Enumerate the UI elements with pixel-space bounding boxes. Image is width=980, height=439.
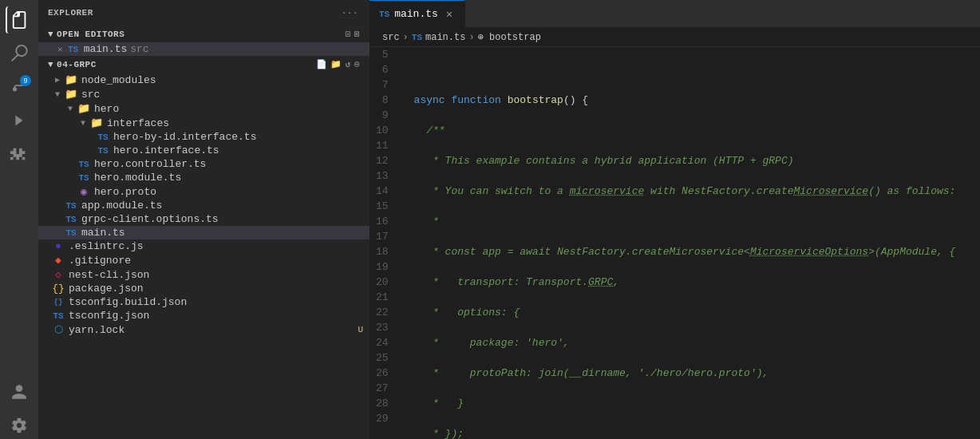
tree-label: hero.interface.ts [113, 144, 219, 156]
tree-label: package.json [69, 283, 144, 295]
code-line: /** [414, 123, 967, 138]
tree-label: main.ts [81, 227, 125, 239]
code-content[interactable]: async function bootstrap() { /** * This … [401, 47, 980, 439]
save-all-icon[interactable]: ⊡ [346, 29, 351, 39]
more-actions-icon[interactable]: ··· [340, 6, 360, 19]
tab-main-ts[interactable]: TS main.ts ✕ [369, 0, 465, 27]
sidebar-title: EXPLORER [48, 8, 93, 18]
tree-item-hero-module[interactable]: TS hero.module.ts [38, 171, 369, 184]
git-icon: ◆ [51, 254, 65, 267]
code-line: * protoPath: join(__dirname, './hero/her… [414, 366, 967, 381]
tree-item-node-modules[interactable]: ▶ 📁 node_modules [38, 73, 369, 87]
code-line: * transport: Transport.GRPC, [414, 275, 967, 290]
explorer-icon[interactable] [6, 6, 33, 34]
tree-label: hero.controller.ts [94, 158, 206, 170]
tree-item-eslint[interactable]: ● .eslintrc.js [38, 239, 369, 253]
tree-item-src[interactable]: ▼ 📁 src [38, 87, 369, 101]
code-line: * const app = await NestFactory.createMi… [414, 244, 967, 259]
folder-icon: 📁 [77, 102, 91, 115]
tree-arrow: ▼ [51, 90, 64, 99]
editor-area: TS main.ts ✕ src › TS main.ts › ⊕ bootst… [369, 0, 980, 439]
breadcrumb-src: src [382, 32, 400, 43]
open-editor-main-ts[interactable]: ✕ TS main.ts src [38, 42, 369, 56]
code-editor[interactable]: 5 6 7 8 9 10 11 12 13 14 15 16 17 18 19 … [369, 47, 980, 439]
tree-item-yarn-lock[interactable]: ⬡ yarn.lock U [38, 322, 369, 337]
new-folder-icon[interactable]: 📁 [330, 59, 342, 69]
tree-item-hero-controller[interactable]: TS hero.controller.ts [38, 157, 369, 171]
json-icon: {} [51, 283, 65, 295]
tree-item-hero-interface[interactable]: TS hero.interface.ts [38, 144, 369, 157]
folder-icon: 📁 [89, 117, 104, 129]
open-editors-arrow: ▼ [48, 30, 53, 39]
code-line: * }); [414, 426, 967, 439]
source-control-icon[interactable] [6, 73, 33, 101]
close-icon[interactable]: ✕ [57, 44, 63, 54]
project-section[interactable]: ▼ 04-GRPC 📄 📁 ↺ ⊖ [38, 56, 369, 73]
code-line: * This example contains a hybrid applica… [414, 153, 967, 168]
extensions-icon[interactable] [6, 140, 33, 168]
tree-item-hero-by-id[interactable]: TS hero-by-id.interface.ts [38, 130, 369, 144]
ts-icon: TS [64, 201, 78, 211]
breadcrumb-ts-icon: TS [412, 33, 422, 42]
accounts-icon[interactable] [6, 378, 33, 405]
sidebar: EXPLORER ··· ▼ OPEN EDITORS ⊡ ⊠ ✕ TS mai… [38, 0, 369, 439]
search-icon[interactable] [6, 40, 33, 67]
tree-label: tsconfig.build.json [69, 296, 187, 308]
activity-bar [0, 0, 38, 439]
tree-label: .eslintrc.js [69, 240, 144, 252]
open-editor-filename: main.ts [84, 43, 128, 55]
tab-close-icon[interactable]: ✕ [446, 7, 452, 21]
code-line: * } [414, 396, 967, 411]
code-line [414, 62, 967, 77]
folder-icon: 📁 [64, 73, 78, 86]
refresh-icon[interactable]: ↺ [346, 59, 351, 69]
tree-label: src [81, 89, 100, 101]
tree-label: tsconfig.json [69, 310, 149, 322]
ts-icon: TS [96, 146, 110, 156]
close-all-icon[interactable]: ⊠ [354, 29, 360, 39]
collapse-icon[interactable]: ⊖ [354, 59, 360, 69]
settings-icon[interactable] [6, 412, 33, 439]
breadcrumb-sep2: › [468, 32, 474, 43]
file-tree: ▶ 📁 node_modules ▼ 📁 src ▼ 📁 hero ▼ 📁 in… [38, 73, 369, 439]
open-editors-label: OPEN EDITORS [57, 30, 124, 39]
tree-item-hero-proto[interactable]: ◉ hero.proto [38, 184, 369, 199]
open-editor-path: src [130, 43, 148, 55]
tab-filename: main.ts [394, 8, 438, 20]
breadcrumb: src › TS main.ts › ⊕ bootstrap [369, 28, 980, 47]
tree-item-tsconfig-build[interactable]: {} tsconfig.build.json [38, 295, 369, 309]
ts-icon: TS [96, 132, 110, 142]
new-file-icon[interactable]: 📄 [316, 59, 328, 69]
run-icon[interactable] [6, 107, 33, 134]
breadcrumb-sep1: › [403, 32, 409, 43]
line-numbers: 5 6 7 8 9 10 11 12 13 14 15 16 17 18 19 … [369, 47, 401, 439]
tree-item-tsconfig[interactable]: TS tsconfig.json [38, 309, 369, 322]
code-line: * [414, 214, 967, 229]
tree-item-interfaces[interactable]: ▼ 📁 interfaces [38, 116, 369, 130]
ts-json-icon: {} [51, 299, 65, 307]
ts-icon: TS [77, 173, 91, 183]
tree-item-package-json[interactable]: {} package.json [38, 282, 369, 295]
eslint-icon: ● [51, 240, 65, 252]
sidebar-header-actions: ··· [340, 6, 360, 19]
tree-label: yarn.lock [69, 324, 124, 336]
code-line: * You can switch to a microservice with … [414, 184, 967, 199]
tree-item-gitignore[interactable]: ◆ .gitignore [38, 253, 369, 267]
nest-icon: ◇ [51, 268, 65, 281]
tree-arrow: ▼ [77, 119, 89, 128]
tree-label: node_modules [81, 74, 156, 86]
open-editors-section[interactable]: ▼ OPEN EDITORS ⊡ ⊠ [38, 26, 369, 42]
tree-label: grpc-client.options.ts [81, 213, 219, 225]
tree-label: nest-cli.json [69, 269, 149, 281]
code-line: * package: 'hero', [414, 335, 967, 350]
tree-label: hero.module.ts [94, 172, 181, 184]
tree-item-main-ts[interactable]: TS main.ts [38, 226, 369, 239]
tree-item-app-module[interactable]: TS app.module.ts [38, 199, 369, 212]
tree-arrow: ▶ [51, 75, 64, 85]
tree-item-grpc-client[interactable]: TS grpc-client.options.ts [38, 212, 369, 226]
sidebar-header: EXPLORER ··· [38, 0, 369, 26]
project-arrow: ▼ [48, 60, 53, 69]
proto-icon: ◉ [77, 185, 91, 198]
tree-item-hero[interactable]: ▼ 📁 hero [38, 101, 369, 116]
tree-item-nest-cli[interactable]: ◇ nest-cli.json [38, 267, 369, 282]
